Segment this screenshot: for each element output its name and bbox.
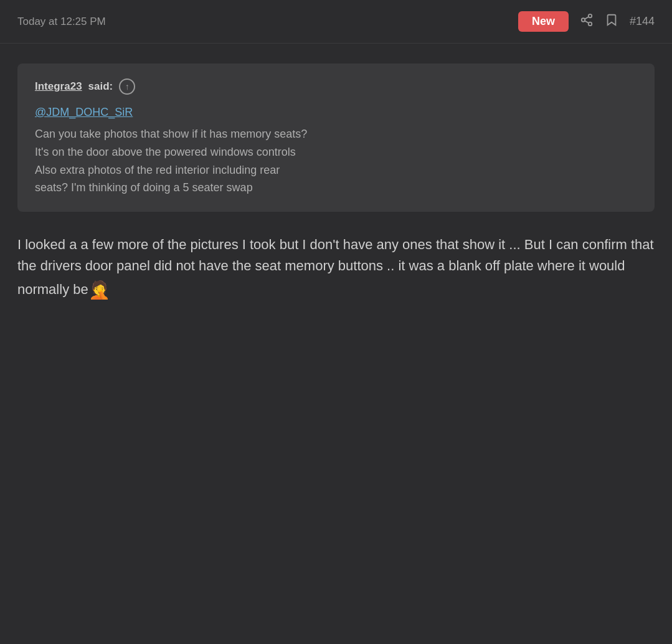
svg-point-0 xyxy=(589,14,592,18)
post-text: I looked a a few more of the pictures I … xyxy=(17,234,655,304)
post-text-content: I looked a a few more of the pictures I … xyxy=(17,237,654,297)
svg-line-3 xyxy=(585,21,589,23)
post-body: Integra23 said: ↑ @JDM_DOHC_SiR Can you … xyxy=(0,44,672,321)
post-header: Today at 12:25 PM New #144 xyxy=(0,0,672,44)
post-timestamp: Today at 12:25 PM xyxy=(17,16,106,28)
share-icon[interactable] xyxy=(580,13,594,30)
quote-author-line: Integra23 said: ↑ xyxy=(35,78,637,95)
post-emoji: 🤦 xyxy=(88,280,110,300)
quote-said-label: said: xyxy=(88,80,113,93)
quote-text: Can you take photos that show if it has … xyxy=(35,128,307,194)
quote-up-arrow-icon[interactable]: ↑ xyxy=(119,78,135,95)
post-actions: New #144 xyxy=(518,11,655,32)
quote-author[interactable]: Integra23 xyxy=(35,80,82,93)
new-badge[interactable]: New xyxy=(518,11,569,32)
svg-point-2 xyxy=(589,22,592,26)
bookmark-icon[interactable] xyxy=(605,13,618,30)
svg-line-4 xyxy=(585,17,589,19)
svg-point-1 xyxy=(582,18,585,22)
quote-mention[interactable]: @JDM_DOHC_SiR xyxy=(35,106,637,119)
post-number: #144 xyxy=(630,15,655,28)
quote-block: Integra23 said: ↑ @JDM_DOHC_SiR Can you … xyxy=(17,64,655,212)
